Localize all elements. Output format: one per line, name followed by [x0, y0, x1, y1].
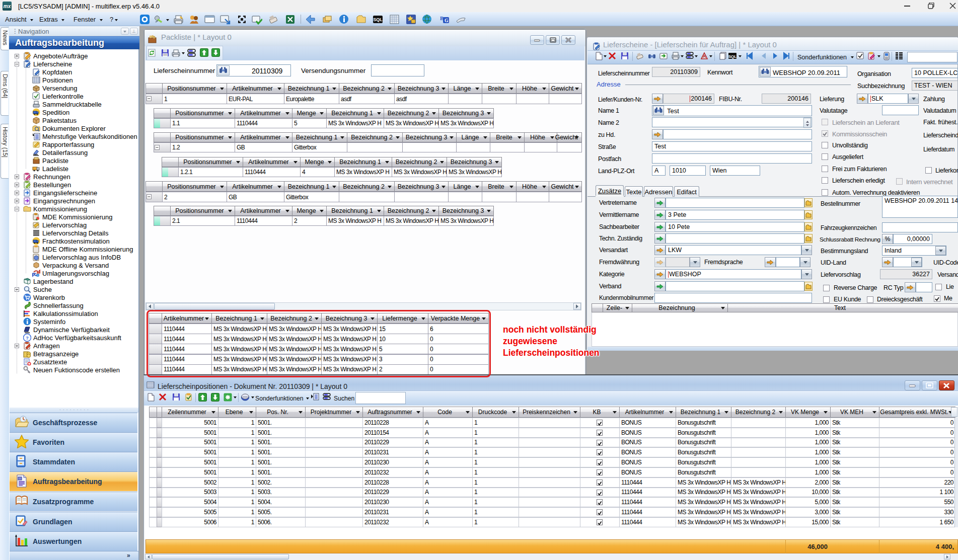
svg-text:SQL: SQL — [373, 17, 383, 22]
svg-text:G: G — [445, 18, 449, 23]
svg-text:?: ? — [26, 336, 29, 341]
svg-text:SQL: SQL — [728, 54, 736, 59]
svg-text:A: A — [703, 54, 706, 59]
svg-text:?: ? — [37, 274, 39, 277]
